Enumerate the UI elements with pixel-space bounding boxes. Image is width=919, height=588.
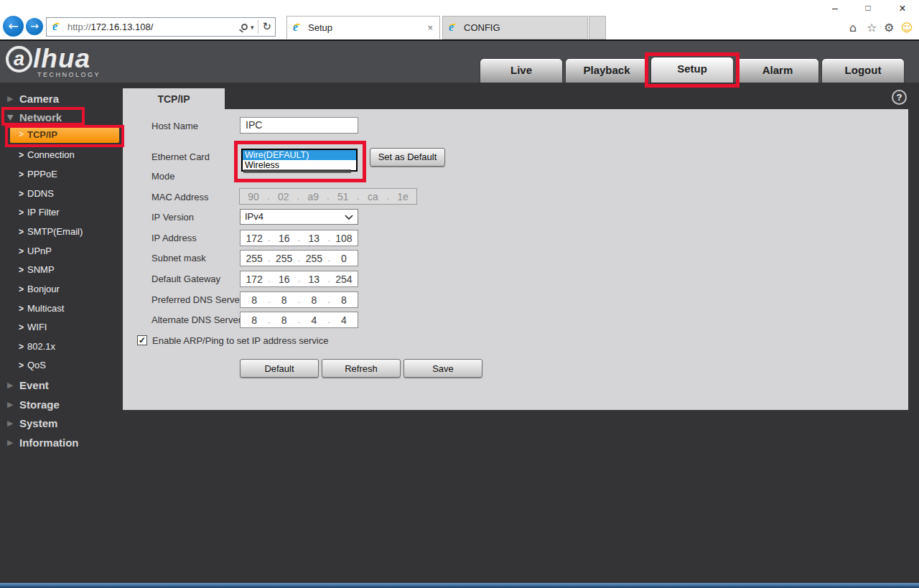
dropdown-option-wire[interactable]: Wire(DEFAULT) — [243, 150, 356, 160]
sidebar-item-snmp[interactable]: > SNMP — [0, 263, 123, 279]
mac-octet: 02 — [270, 191, 297, 202]
ip-octet[interactable]: 255 — [271, 253, 298, 264]
sidebar-group-storage[interactable]: ▶ Storage — [0, 397, 123, 413]
sidebar-group-system[interactable]: ▶ System — [0, 416, 123, 431]
new-tab-button[interactable] — [589, 16, 606, 39]
chevron-right-icon: ▶ — [7, 381, 13, 390]
chevron-prefix-icon: > — [19, 360, 24, 370]
sidebar-item-multicast[interactable]: > Multicast — [0, 302, 123, 317]
subnet-mask-field[interactable]: 255. 255. 255. 0 — [240, 250, 358, 266]
nav-button-playback[interactable]: Playback — [565, 58, 648, 83]
mode-label: Mode — [151, 171, 175, 182]
tab-close-icon[interactable]: × — [421, 22, 439, 33]
chevron-down-icon — [345, 215, 353, 220]
sidebar-group-information[interactable]: ▶ Information — [0, 435, 123, 451]
browser-tab-config[interactable]: e CONFIG — [442, 16, 588, 39]
mac-address-label: MAC Address — [151, 192, 208, 202]
set-as-default-button[interactable]: Set as Default — [370, 148, 445, 167]
sidebar-item-8021x[interactable]: > 802.1x — [0, 340, 123, 355]
sidebar-item-upnp[interactable]: > UPnP — [0, 244, 123, 260]
favorites-star-icon[interactable]: ☆ — [867, 21, 877, 34]
nav-button-alarm[interactable]: Alarm — [736, 58, 819, 83]
ip-octet[interactable]: 8 — [241, 314, 268, 326]
alternate-dns-field[interactable]: 8. 8. 4. 4 — [240, 312, 358, 328]
sidebar-item-wifi[interactable]: > WIFI — [0, 320, 123, 336]
preferred-dns-label: Preferred DNS Server — [151, 294, 243, 305]
chevron-prefix-icon: > — [19, 246, 24, 256]
arp-ping-checkbox[interactable]: ✓ — [137, 335, 147, 345]
ip-octet[interactable]: 255 — [241, 253, 268, 264]
window-maximize-button[interactable]: □ — [856, 1, 880, 15]
sidebar-item-qos[interactable]: > QoS — [0, 358, 123, 374]
help-icon[interactable]: ? — [892, 90, 907, 105]
settings-gear-icon[interactable]: ⚙ — [884, 21, 894, 34]
ip-octet[interactable]: 172 — [241, 274, 268, 285]
ip-octet[interactable]: 13 — [300, 274, 327, 285]
ip-octet[interactable]: 8 — [300, 294, 327, 306]
dropdown-option-wireless[interactable]: Wireless — [243, 160, 356, 170]
ip-address-field[interactable]: 172. 16. 13. 108 — [240, 230, 358, 246]
sidebar-group-event[interactable]: ▶ Event — [0, 378, 123, 393]
sidebar-item-pppoe[interactable]: > PPPoE — [0, 167, 123, 183]
search-dropdown-caret-icon[interactable]: ▾ — [251, 24, 254, 31]
chevron-prefix-icon: > — [19, 129, 24, 139]
ip-octet[interactable]: 13 — [300, 233, 327, 244]
chevron-prefix-icon: > — [19, 284, 24, 294]
sidebar-item-ddns[interactable]: > DDNS — [0, 187, 123, 202]
sidebar-item-bonjour[interactable]: > Bonjour — [0, 282, 123, 298]
sidebar-item-tcpip-selected[interactable]: > TCP/IP — [10, 127, 119, 143]
chevron-right-icon: ▶ — [7, 94, 13, 103]
ethernet-card-dropdown[interactable]: Wire(DEFAULT) Wireless — [241, 149, 358, 172]
content-tab-tcpip[interactable]: TCP/IP — [123, 88, 225, 109]
refresh-button[interactable]: Refresh — [322, 359, 401, 378]
forward-button[interactable]: → — [26, 18, 43, 35]
ip-octet[interactable]: 172 — [241, 233, 268, 244]
arp-ping-label: Enable ARP/Ping to set IP address servic… — [152, 335, 328, 346]
address-bar[interactable]: e http://172.16.13.108/ ▾ ↻ — [46, 17, 276, 37]
window-close-button[interactable]: × — [890, 1, 915, 15]
ip-octet[interactable]: 16 — [271, 274, 298, 285]
address-url[interactable]: http://172.16.13.108/ — [67, 22, 241, 32]
nav-button-setup[interactable]: Setup — [650, 57, 734, 83]
chevron-prefix-icon: > — [19, 342, 24, 352]
nav-button-live[interactable]: Live — [480, 58, 563, 83]
mac-address-field: 90. 02. a9. 51. ca. 1e — [239, 188, 417, 205]
nav-button-logout[interactable]: Logout — [821, 58, 905, 83]
mac-octet: 90 — [240, 191, 267, 202]
sidebar-group-network[interactable]: ▼ Network — [0, 110, 123, 126]
ip-octet[interactable]: 16 — [271, 233, 298, 244]
feedback-smiley-icon[interactable]: ☺ — [901, 21, 913, 34]
ip-octet[interactable]: 4 — [300, 314, 327, 326]
ip-octet[interactable]: 108 — [330, 233, 358, 244]
mac-octet: 1e — [389, 191, 416, 202]
alternate-dns-label: Alternate DNS Server — [151, 314, 241, 325]
ip-octet[interactable]: 254 — [330, 274, 358, 285]
ip-octet[interactable]: 8 — [271, 294, 298, 306]
window-minimize-button[interactable]: – — [823, 1, 847, 15]
refresh-page-icon[interactable]: ↻ — [262, 22, 271, 32]
ip-octet[interactable]: 255 — [300, 253, 327, 264]
save-button[interactable]: Save — [403, 359, 482, 378]
ie-favicon: e — [292, 22, 304, 34]
ie-favicon: e — [52, 22, 63, 33]
ip-octet[interactable]: 0 — [330, 253, 358, 264]
home-icon[interactable]: ⌂ — [849, 21, 857, 34]
preferred-dns-field[interactable]: 8. 8. 8. 8 — [240, 291, 358, 308]
ip-octet[interactable]: 4 — [330, 314, 358, 326]
ip-octet[interactable]: 8 — [271, 314, 298, 326]
sidebar-item-smtp[interactable]: > SMTP(Email) — [0, 225, 123, 241]
browser-tab-setup[interactable]: e Setup × — [286, 16, 440, 39]
search-icon[interactable] — [241, 24, 248, 30]
back-button[interactable]: ← — [3, 16, 24, 37]
ip-octet[interactable]: 8 — [241, 294, 268, 306]
sidebar-group-camera[interactable]: ▶ Camera — [0, 91, 123, 107]
default-button[interactable]: Default — [240, 359, 319, 378]
ip-version-label: IP Version — [151, 212, 194, 223]
chevron-right-icon: ▶ — [7, 400, 13, 409]
sidebar-item-connection[interactable]: > Connection — [0, 148, 123, 164]
sidebar-item-ip-filter[interactable]: > IP Filter — [0, 205, 123, 221]
default-gateway-field[interactable]: 172. 16. 13. 254 — [240, 271, 358, 287]
ip-version-select[interactable]: IPv4 — [240, 209, 358, 225]
host-name-input[interactable]: IPC — [240, 117, 358, 134]
ip-octet[interactable]: 8 — [330, 294, 358, 306]
